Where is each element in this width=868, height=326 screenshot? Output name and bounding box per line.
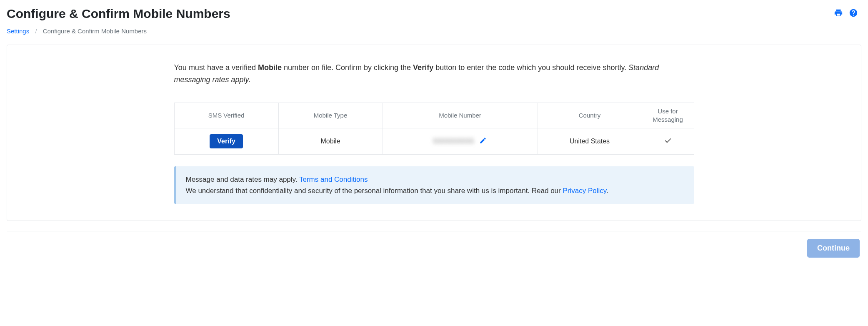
table-header-row: SMS Verified Mobile Type Mobile Number C… bbox=[174, 103, 694, 128]
th-mobile-type: Mobile Type bbox=[278, 103, 383, 128]
info-notice: Message and data rates may apply. Terms … bbox=[174, 166, 694, 204]
th-country: Country bbox=[538, 103, 642, 128]
print-icon[interactable] bbox=[834, 8, 843, 19]
breadcrumb-settings-link[interactable]: Settings bbox=[7, 28, 29, 35]
breadcrumb: Settings / Configure & Confirm Mobile Nu… bbox=[0, 24, 868, 45]
intro-bold-mobile: Mobile bbox=[258, 63, 282, 72]
intro-mid1: number on file. Confirm by clicking the bbox=[282, 63, 413, 72]
th-use-for-messaging: Use for Messaging bbox=[642, 103, 694, 128]
continue-button[interactable]: Continue bbox=[807, 239, 860, 258]
cell-country: United States bbox=[538, 128, 642, 155]
cell-use-for-messaging bbox=[642, 128, 694, 155]
verify-button[interactable]: Verify bbox=[210, 134, 243, 148]
cell-mobile-number: 5555555555 bbox=[383, 128, 538, 155]
breadcrumb-separator: / bbox=[35, 28, 37, 35]
page-title: Configure & Confirm Mobile Numbers bbox=[7, 7, 230, 21]
footer-divider bbox=[7, 231, 861, 231]
cell-sms-verified: Verify bbox=[174, 128, 278, 155]
check-icon bbox=[664, 138, 672, 145]
notice-line2-prefix: We understand that confidentiality and s… bbox=[186, 187, 563, 195]
table-row: Verify Mobile 5555555555 United States bbox=[174, 128, 694, 155]
cell-mobile-type: Mobile bbox=[278, 128, 383, 155]
privacy-policy-link[interactable]: Privacy Policy bbox=[563, 187, 606, 195]
intro-prefix: You must have a verified bbox=[174, 63, 258, 72]
intro-text: You must have a verified Mobile number o… bbox=[174, 62, 694, 86]
terms-and-conditions-link[interactable]: Terms and Conditions bbox=[299, 176, 368, 183]
mobile-numbers-table: SMS Verified Mobile Type Mobile Number C… bbox=[174, 103, 694, 155]
notice-line1-prefix: Message and data rates may apply. bbox=[186, 176, 299, 183]
th-sms-verified: SMS Verified bbox=[174, 103, 278, 128]
help-icon[interactable] bbox=[849, 8, 858, 19]
notice-period: . bbox=[606, 187, 608, 195]
intro-mid2: button to enter the code which you shoul… bbox=[433, 63, 628, 72]
th-mobile-number: Mobile Number bbox=[383, 103, 538, 128]
pencil-icon[interactable] bbox=[479, 137, 487, 146]
breadcrumb-current: Configure & Confirm Mobile Numbers bbox=[43, 28, 147, 35]
main-card: You must have a verified Mobile number o… bbox=[7, 45, 861, 221]
intro-bold-verify: Verify bbox=[413, 63, 433, 72]
mobile-number-value: 5555555555 bbox=[433, 138, 475, 145]
